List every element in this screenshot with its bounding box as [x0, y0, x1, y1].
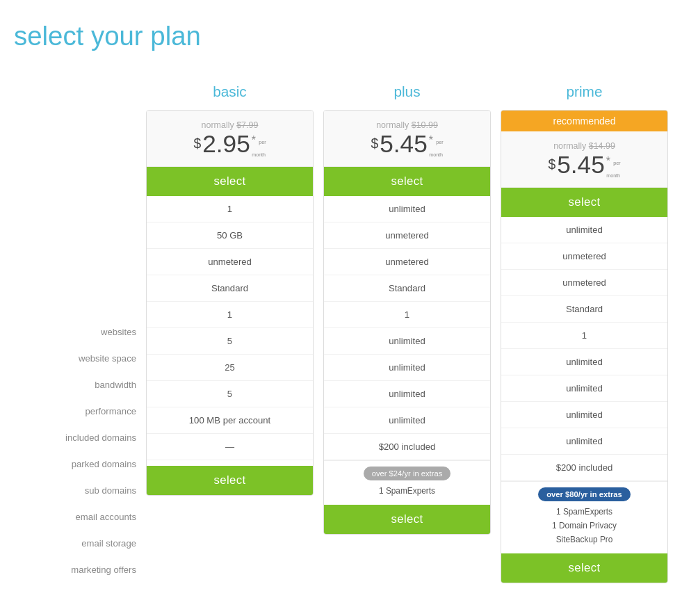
- plan-basic-normally: normally $7.99: [154, 120, 306, 130]
- plan-prime-marketing: $200 included: [501, 455, 667, 481]
- plan-basic: basic normally $7.99 $ 2.95 * permonth s…: [146, 79, 314, 583]
- plan-plus-pricebox: normally $10.99 $ 5.45 * permonth: [324, 111, 490, 167]
- plan-plus-bandwidth: unmetered: [324, 249, 490, 275]
- feature-label-bandwidth: bandwidth: [14, 371, 146, 398]
- plan-plus-name: plus: [323, 79, 491, 104]
- plan-plus-price: $ 5.45 * permonth: [331, 130, 483, 159]
- plan-basic-name: basic: [146, 79, 314, 104]
- plan-prime-email-storage: unlimited: [501, 428, 667, 455]
- feature-label-marketing-offers: marketing offers: [14, 556, 146, 583]
- plan-prime-sitebackup: SiteBackup Pro: [505, 533, 663, 546]
- plan-prime-sub-domains: unlimited: [501, 375, 667, 402]
- plan-prime-spam: 1 SpamExperts: [505, 505, 663, 519]
- plan-basic-select-top[interactable]: select: [147, 167, 313, 196]
- plan-prime-extras: over $80/yr in extras 1 SpamExperts 1 Do…: [501, 481, 667, 553]
- plan-plus-email-storage: unlimited: [324, 407, 490, 434]
- plan-basic-card: normally $7.99 $ 2.95 * permonth select …: [146, 110, 314, 496]
- plan-basic-email-accounts: 5: [147, 381, 313, 407]
- plan-prime-select-top[interactable]: select: [501, 188, 667, 217]
- plan-prime-normally: normally $14.99: [508, 141, 660, 151]
- plan-plus-extras: over $24/yr in extras 1 SpamExperts: [324, 460, 490, 505]
- features-column: websites website space bandwidth perform…: [14, 79, 146, 583]
- plan-prime-card: recommended normally $14.99 $ 5.45 * per…: [501, 110, 668, 583]
- plans-area: basic normally $7.99 $ 2.95 * permonth s…: [146, 79, 668, 583]
- plan-prime-space: unmetered: [501, 243, 667, 270]
- plan-prime-pricebox: normally $14.99 $ 5.45 * permonth: [501, 131, 667, 188]
- feature-label-email-storage: email storage: [14, 530, 146, 556]
- plan-basic-bandwidth: unmetered: [147, 249, 313, 275]
- plan-prime-websites: unlimited: [501, 217, 667, 243]
- plan-plus-spam: 1 SpamExperts: [328, 484, 486, 498]
- plan-plus-included-domains: 1: [324, 302, 490, 328]
- feature-label-parked-domains: parked domains: [14, 451, 146, 477]
- plan-plus-sub-domains: unlimited: [324, 355, 490, 381]
- plan-plus-email-accounts: unlimited: [324, 381, 490, 407]
- plan-prime-price: $ 5.45 * permonth: [508, 151, 660, 180]
- plan-basic-sub-domains: 25: [147, 355, 313, 381]
- plan-basic-space: 50 GB: [147, 222, 313, 249]
- plan-plus-marketing: $200 included: [324, 434, 490, 460]
- plan-prime-recommended-badge: recommended: [501, 111, 667, 131]
- plan-basic-email-storage: 100 MB per account: [147, 407, 313, 434]
- plan-prime-parked-domains: unlimited: [501, 349, 667, 375]
- plan-prime-extras-badge: over $80/yr in extras: [538, 487, 631, 501]
- feature-label-website-space: website space: [14, 345, 146, 371]
- plan-plus-select-bottom[interactable]: select: [324, 505, 490, 534]
- plan-basic-websites: 1: [147, 196, 313, 222]
- plan-prime-email-accounts: unlimited: [501, 402, 667, 428]
- plan-plus-performance: Standard: [324, 275, 490, 302]
- plan-prime: prime recommended normally $14.99 $ 5.45…: [501, 79, 668, 583]
- feature-label-email-accounts: email accounts: [14, 503, 146, 530]
- plan-prime-bandwidth: unmetered: [501, 270, 667, 296]
- plan-basic-marketing: —: [147, 434, 313, 460]
- plan-plus-normally: normally $10.99: [331, 120, 483, 130]
- plan-basic-pricebox: normally $7.99 $ 2.95 * permonth: [147, 111, 313, 167]
- plan-basic-price: $ 2.95 * permonth: [154, 130, 306, 159]
- plan-plus-select-top[interactable]: select: [324, 167, 490, 196]
- plan-basic-performance: Standard: [147, 275, 313, 302]
- plan-prime-name: prime: [501, 79, 668, 104]
- plan-plus-websites: unlimited: [324, 196, 490, 222]
- plan-prime-included-domains: 1: [501, 323, 667, 349]
- plan-prime-select-bottom[interactable]: select: [501, 553, 667, 583]
- plan-basic-select-bottom[interactable]: select: [147, 466, 313, 495]
- plan-basic-parked-domains: 5: [147, 328, 313, 355]
- plans-wrapper: websites website space bandwidth perform…: [14, 79, 668, 583]
- plan-plus-extras-badge: over $24/yr in extras: [364, 467, 451, 480]
- plan-plus-space: unmetered: [324, 222, 490, 249]
- page-title: select your plan: [14, 21, 668, 51]
- feature-label-performance: performance: [14, 398, 146, 424]
- feature-label-websites: websites: [14, 318, 146, 345]
- plan-plus-parked-domains: unlimited: [324, 328, 490, 355]
- plan-plus: plus normally $10.99 $ 5.45 * permonth s…: [323, 79, 491, 583]
- plan-prime-domain-privacy: 1 Domain Privacy: [505, 519, 663, 533]
- plan-plus-card: normally $10.99 $ 5.45 * permonth select…: [323, 110, 491, 535]
- feature-label-included-domains: included domains: [14, 424, 146, 451]
- plan-prime-performance: Standard: [501, 296, 667, 323]
- feature-label-sub-domains: sub domains: [14, 477, 146, 503]
- plan-basic-included-domains: 1: [147, 302, 313, 328]
